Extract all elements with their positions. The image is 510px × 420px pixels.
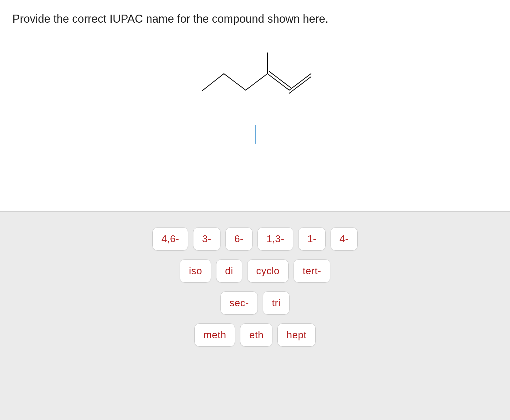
top-section: Provide the correct IUPAC name for the c… [0,0,510,211]
svg-line-2 [246,74,267,90]
btn-sec[interactable]: sec- [220,291,258,315]
svg-line-4 [267,74,289,90]
svg-line-5 [269,72,291,88]
text-cursor [255,125,256,144]
btn-tri[interactable]: tri [263,291,290,315]
btn-cyclo[interactable]: cyclo [247,259,289,283]
btn-46[interactable]: 4,6- [152,227,188,251]
btn-3[interactable]: 3- [193,227,220,251]
svg-line-6 [289,74,311,90]
button-row-4: meth eth hept [194,323,315,347]
btn-hept[interactable]: hept [277,323,315,347]
molecule-svg [190,44,320,106]
btn-13[interactable]: 1,3- [257,227,293,251]
btn-1[interactable]: 1- [298,227,325,251]
btn-eth[interactable]: eth [240,323,272,347]
btn-4[interactable]: 4- [331,227,358,251]
input-area [12,125,498,153]
btn-meth[interactable]: meth [194,323,235,347]
svg-line-0 [202,74,224,91]
btn-di[interactable]: di [216,259,242,283]
question-text: Provide the correct IUPAC name for the c… [12,12,498,25]
btn-6[interactable]: 6- [225,227,253,251]
button-row-1: 4,6- 3- 6- 1,3- 1- 4- [152,227,358,251]
button-row-2: iso di cyclo tert- [180,259,330,283]
svg-line-7 [289,77,311,93]
svg-line-1 [224,74,246,90]
molecule-display [12,44,498,106]
btn-tert[interactable]: tert- [294,259,330,283]
button-row-3: sec- tri [220,291,290,315]
bottom-section: 4,6- 3- 6- 1,3- 1- 4- iso di cyclo tert-… [0,212,510,420]
btn-iso[interactable]: iso [180,259,211,283]
